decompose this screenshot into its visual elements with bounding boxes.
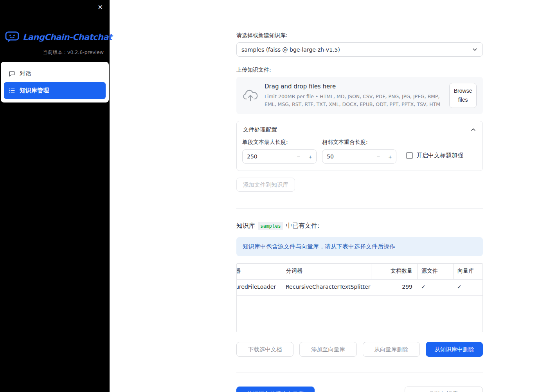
cloud-upload-icon	[243, 89, 258, 102]
info-banner: 知识库中包含源文件与向量库，请从下表中选择文件后操作	[236, 237, 483, 256]
column-header-loader[interactable]: 器	[237, 264, 282, 279]
delete-from-vector-store-button[interactable]: 从向量库删除	[363, 342, 420, 357]
rebuild-vector-store-button[interactable]: 依据源文件重建向量库	[236, 387, 315, 392]
kb-select-value: samples (faiss @ bge-large-zh-v1.5)	[241, 47, 340, 53]
zh-title-enhance-checkbox[interactable]: 开启中文标题加强	[406, 151, 463, 160]
sidebar-menu: 对话 知识库管理	[1, 62, 109, 102]
checkbox-icon	[406, 152, 413, 159]
divider	[236, 372, 483, 372]
upload-label: 上传知识文件:	[236, 67, 483, 74]
dropzone-text: Drag and drop files here Limit 200MB per…	[265, 83, 443, 108]
expander-header[interactable]: 文件处理配置	[237, 121, 482, 137]
menu-item-label: 知识库管理	[20, 87, 49, 94]
chevron-up-icon	[470, 127, 476, 133]
app-root: ✕ LangChain-Chatchat 当前版本：v0.2.6-preview	[0, 0, 540, 392]
divider	[236, 208, 483, 209]
column-header-vector-store[interactable]: 向量库	[453, 264, 482, 279]
kb-name-code: samples	[258, 222, 283, 230]
add-to-vector-store-button[interactable]: 添加至向量库	[299, 342, 356, 357]
chunk-size-field: 单段文本最大长度: 250 − +	[242, 139, 317, 164]
kb-bottom-actions: 依据源文件重建向量库 删除知识库	[236, 387, 483, 392]
kb-files-prefix: 知识库	[236, 222, 255, 230]
version-label: 当前版本：v0.2.6-preview	[0, 49, 104, 56]
chunk-size-value: 250	[243, 153, 293, 160]
sidebar-item-kb-management[interactable]: 知识库管理	[4, 82, 106, 99]
chunk-overlap-input[interactable]: 50 − +	[322, 149, 396, 164]
kb-select-label: 请选择或新建知识库:	[236, 32, 483, 39]
dropzone-limit-text: Limit 200MB per file • HTML, MD, JSON, C…	[265, 93, 443, 108]
chunk-overlap-label: 相邻文本重合长度:	[322, 139, 396, 146]
download-selected-button[interactable]: 下载选中文档	[236, 342, 293, 357]
main-area: 请选择或新建知识库: samples (faiss @ bge-large-zh…	[110, 0, 540, 392]
logo-text: LangChain-Chatchat	[23, 32, 112, 42]
sidebar: ✕ LangChain-Chatchat 当前版本：v0.2.6-preview	[0, 0, 110, 392]
file-dropzone[interactable]: Drag and drop files here Limit 200MB per…	[236, 77, 483, 114]
step-down-button[interactable]: −	[373, 153, 384, 160]
column-header-splitter[interactable]: 分词器	[282, 264, 371, 279]
add-files-to-kb-button[interactable]: 添加文件到知识库	[236, 178, 295, 192]
cell-splitter: RecursiveCharacterTextSplitter	[282, 280, 371, 295]
kb-files-table: 器 分词器 文档数量 源文件 向量库 uredFileLoader Recurs…	[236, 263, 483, 332]
checkbox-label: 开启中文标题加强	[416, 152, 463, 159]
step-up-button[interactable]: +	[384, 153, 396, 160]
chevron-down-icon	[472, 47, 478, 52]
check-icon: ✓	[421, 284, 426, 290]
column-header-doc-count[interactable]: 文档数量	[371, 264, 417, 279]
kb-select[interactable]: samples (faiss @ bge-large-zh-v1.5)	[236, 42, 483, 57]
delete-kb-button[interactable]: 删除知识库	[405, 387, 483, 392]
sidebar-item-dialogue[interactable]: 对话	[4, 65, 106, 82]
chat-bubble-icon	[8, 70, 15, 77]
close-sidebar-button[interactable]: ✕	[96, 3, 104, 12]
cell-vector-store-check: ✓	[453, 280, 482, 295]
expander-body: 单段文本最大长度: 250 − + 相邻文本重合长度: 50 − +	[237, 137, 482, 171]
file-actions-row: 下载选中文档 添加至向量库 从向量库删除 从知识库中删除	[236, 342, 483, 357]
check-icon: ✓	[457, 284, 462, 290]
step-up-button[interactable]: +	[304, 153, 316, 160]
cell-doc-count: 299	[371, 280, 417, 295]
dropzone-title: Drag and drop files here	[265, 83, 443, 90]
chunk-overlap-field: 相邻文本重合长度: 50 − +	[322, 139, 396, 164]
cell-source-file-check: ✓	[417, 280, 453, 295]
table-header-row: 器 分词器 文档数量 源文件 向量库	[237, 264, 482, 279]
step-down-button[interactable]: −	[293, 153, 304, 160]
file-config-expander: 文件处理配置 单段文本最大长度: 250 − +	[236, 121, 483, 171]
column-header-source-file[interactable]: 源文件	[417, 264, 453, 279]
close-icon: ✕	[98, 4, 103, 11]
chunk-size-input[interactable]: 250 − +	[242, 149, 317, 164]
chat-logo-icon	[5, 31, 19, 43]
table-empty-area	[237, 295, 482, 332]
delete-from-kb-button[interactable]: 从知识库中删除	[426, 342, 483, 357]
kb-files-suffix: 中已有文件:	[286, 222, 319, 230]
menu-item-label: 对话	[20, 70, 31, 77]
browse-files-button[interactable]: Browse files	[449, 83, 477, 108]
cell-loader: uredFileLoader	[237, 280, 282, 295]
content-column: 请选择或新建知识库: samples (faiss @ bge-large-zh…	[236, 0, 483, 392]
list-icon	[8, 87, 15, 94]
chunk-size-label: 单段文本最大长度:	[242, 139, 317, 146]
kb-files-heading: 知识库 samples 中已有文件:	[236, 222, 483, 230]
table-row[interactable]: uredFileLoader RecursiveCharacterTextSpl…	[237, 279, 482, 295]
app-logo: LangChain-Chatchat	[5, 31, 106, 43]
expander-title: 文件处理配置	[243, 126, 277, 133]
chunk-overlap-value: 50	[322, 153, 373, 160]
